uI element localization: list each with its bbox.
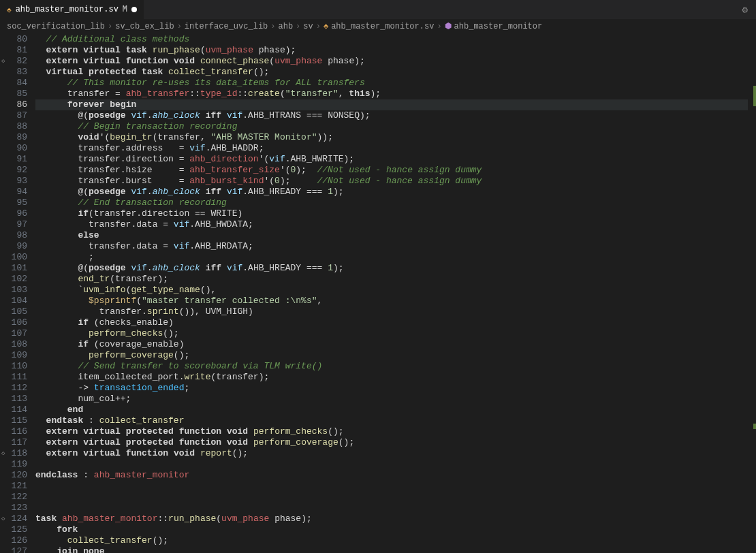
code-line[interactable]: fork xyxy=(35,524,756,535)
code-line[interactable]: @(posedge vif.ahb_clock iff vif.AHB_HREA… xyxy=(35,187,756,198)
code-line[interactable] xyxy=(35,481,756,492)
code-line[interactable]: end xyxy=(35,405,756,415)
editor-tab[interactable]: ⬘ ahb_master_monitor.sv M xyxy=(0,0,144,19)
line-number: 107 xyxy=(0,328,27,339)
line-number: 111 xyxy=(0,372,27,383)
code-line[interactable]: perform_coverage(); xyxy=(35,350,756,361)
line-number: 126 xyxy=(0,535,27,546)
line-number: 103 xyxy=(0,285,27,296)
code-line[interactable] xyxy=(35,492,756,503)
code-line[interactable]: @(posedge vif.ahb_clock iff vif.AHB_HTRA… xyxy=(35,110,756,121)
code-line[interactable]: num_col++; xyxy=(35,394,756,405)
line-number: 121 xyxy=(0,481,27,492)
line-number: 127 xyxy=(0,546,27,553)
line-number: 115 xyxy=(0,415,27,426)
gear-icon[interactable]: ⚙ xyxy=(734,4,756,16)
line-number: 114 xyxy=(0,405,27,415)
line-number: 104 xyxy=(0,296,27,306)
code-line[interactable]: // Additional class methods xyxy=(35,34,756,45)
code-line[interactable]: void'(begin_tr(transfer, "AHB MASTER Mon… xyxy=(35,132,756,143)
code-line[interactable]: $psprintf("master transfer collected :\n… xyxy=(35,296,756,306)
chevron-right-icon: › xyxy=(270,22,275,31)
code-line[interactable] xyxy=(35,459,756,470)
line-number: 113 xyxy=(0,394,27,405)
line-number: 96 xyxy=(0,208,27,219)
code-line[interactable]: // End transaction recording xyxy=(35,198,756,208)
code-line[interactable]: task ahb_master_monitor::run_phase(uvm_p… xyxy=(35,514,756,524)
code-line[interactable]: forever begin xyxy=(35,99,756,110)
line-number: 99 xyxy=(0,241,27,252)
line-number: 84 xyxy=(0,78,27,89)
tab-filename: ahb_master_monitor.sv xyxy=(16,5,119,14)
code-line[interactable]: // Begin transaction recording xyxy=(35,121,756,132)
code-line[interactable]: // This monitor re-uses its data_items f… xyxy=(35,78,756,89)
line-number: 94 xyxy=(0,187,27,198)
breadcrumb-part[interactable]: sv_cb_ex_lib xyxy=(115,22,174,31)
code-line[interactable]: endtask : collect_transfer xyxy=(35,415,756,426)
line-number: 92 xyxy=(0,165,27,176)
code-line[interactable]: extern virtual function void connect_pha… xyxy=(35,56,756,67)
breadcrumb-part[interactable]: sv xyxy=(303,22,313,31)
chevron-right-icon: › xyxy=(316,22,321,31)
code-line[interactable]: extern virtual function void report(); xyxy=(35,448,756,459)
file-icon: ⬘ xyxy=(324,21,328,31)
code-line[interactable]: transfer = ahb_transfer::type_id::create… xyxy=(35,89,756,99)
code-line[interactable]: collect_transfer(); xyxy=(35,535,756,546)
code-line[interactable]: item_collected_port.write(transfer); xyxy=(35,372,756,383)
code-line[interactable]: extern virtual task run_phase(uvm_phase … xyxy=(35,45,756,56)
code-line[interactable]: `uvm_info(get_type_name(), xyxy=(35,285,756,296)
breadcrumb[interactable]: soc_verification_lib › sv_cb_ex_lib › in… xyxy=(0,19,756,34)
code-area[interactable]: // Additional class methods extern virtu… xyxy=(33,34,756,553)
line-number: 90 xyxy=(0,143,27,154)
code-line[interactable]: if(transfer.direction == WRITE) xyxy=(35,208,756,219)
line-number: 101 xyxy=(0,263,27,274)
gutter-diff-marker: ◇ xyxy=(1,56,5,67)
code-line[interactable]: end_tr(transfer); xyxy=(35,274,756,285)
code-line[interactable]: @(posedge vif.ahb_clock iff vif.AHB_HREA… xyxy=(35,263,756,274)
line-number: 88 xyxy=(0,121,27,132)
code-line[interactable]: if (coverage_enable) xyxy=(35,339,756,350)
line-number: 87 xyxy=(0,110,27,121)
breadcrumb-part[interactable]: ahb xyxy=(278,22,293,31)
breadcrumb-part[interactable]: ahb_master_monitor xyxy=(454,22,543,31)
code-line[interactable]: extern virtual protected function void p… xyxy=(35,437,756,448)
code-line[interactable]: ; xyxy=(35,252,756,263)
code-line[interactable] xyxy=(35,503,756,514)
line-number: 89 xyxy=(0,132,27,143)
code-line[interactable]: // Send transfer to scoreboard via TLM w… xyxy=(35,361,756,372)
code-line[interactable]: transfer.burst = ahb_burst_kind'(0); //N… xyxy=(35,176,756,187)
overview-ruler[interactable] xyxy=(748,34,756,553)
code-line[interactable]: transfer.hsize = ahb_transfer_size'(0); … xyxy=(35,165,756,176)
code-line[interactable]: perform_checks(); xyxy=(35,328,756,339)
line-number: 100 xyxy=(0,252,27,263)
code-line[interactable]: transfer.sprint()), UVM_HIGH) xyxy=(35,306,756,317)
line-number: 85 xyxy=(0,89,27,99)
code-line[interactable]: -> transaction_ended; xyxy=(35,383,756,394)
code-line[interactable]: transfer.data = vif.AHB_HWDATA; xyxy=(35,219,756,230)
code-line[interactable]: else xyxy=(35,230,756,241)
tab-bar: ⬘ ahb_master_monitor.sv M ⚙ xyxy=(0,0,756,19)
breadcrumb-part[interactable]: soc_verification_lib xyxy=(7,22,105,31)
code-line[interactable]: join_none xyxy=(35,546,756,553)
line-number: 119 xyxy=(0,459,27,470)
code-editor[interactable]: ◇◇◇ 808182838485868788899091929394959697… xyxy=(0,34,756,553)
line-number: 97 xyxy=(0,219,27,230)
code-line[interactable]: endclass : ahb_master_monitor xyxy=(35,470,756,481)
code-line[interactable]: if (checks_enable) xyxy=(35,317,756,328)
code-line[interactable]: extern virtual protected function void p… xyxy=(35,426,756,437)
code-line[interactable]: transfer.address = vif.AHB_HADDR; xyxy=(35,143,756,154)
line-number: 80 xyxy=(0,34,27,45)
line-number: 106 xyxy=(0,317,27,328)
tab-dirty-indicator xyxy=(131,7,137,12)
line-number: 105 xyxy=(0,306,27,317)
breadcrumb-part[interactable]: interface_uvc_lib xyxy=(185,22,268,31)
line-number: 112 xyxy=(0,383,27,394)
code-line[interactable]: transfer.data = vif.AHB_HRDATA; xyxy=(35,241,756,252)
breadcrumb-part[interactable]: ahb_master_monitor.sv xyxy=(331,22,434,31)
chevron-right-icon: › xyxy=(108,22,112,31)
code-line[interactable]: virtual protected task collect_transfer(… xyxy=(35,67,756,78)
line-number: 98 xyxy=(0,230,27,241)
line-number: 81 xyxy=(0,45,27,56)
chevron-right-icon: › xyxy=(177,22,182,31)
code-line[interactable]: transfer.direction = ahb_direction'(vif.… xyxy=(35,154,756,165)
